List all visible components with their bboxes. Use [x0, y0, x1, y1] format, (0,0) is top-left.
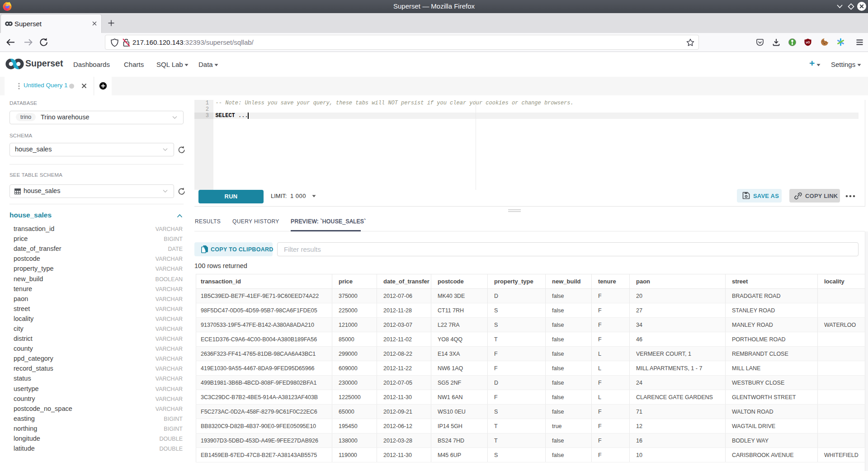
svg-text:uO: uO: [806, 41, 810, 44]
